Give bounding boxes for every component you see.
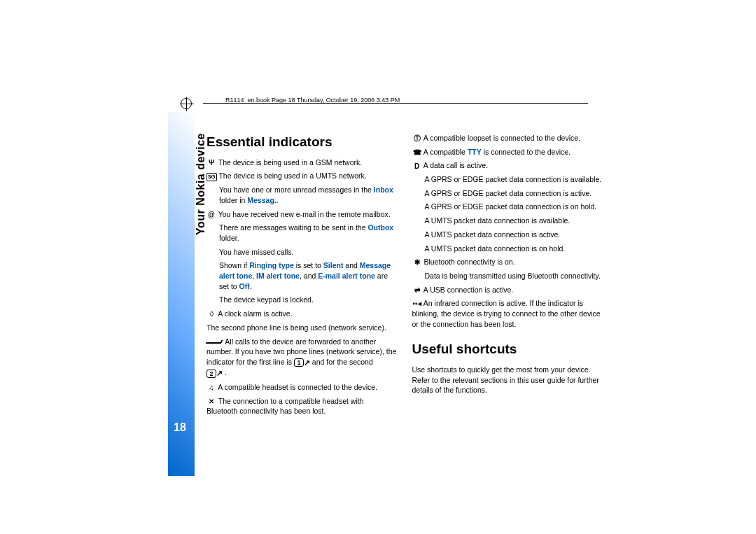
column-left: Essential indicators Ψ The device is bei… (206, 133, 397, 420)
link-tty: TTY (468, 148, 482, 156)
link-outbox: Outbox (368, 223, 393, 232)
link-inbox: Inbox (374, 185, 393, 194)
text-outbox: There are messages waiting to be sent in… (206, 223, 397, 243)
text-tty: A compatible TTY is connected to the dev… (424, 148, 570, 156)
text: The second phone line is being used (net… (206, 323, 397, 333)
text: The connection to a compatible headset w… (206, 397, 364, 416)
line1-icon: 1 (294, 358, 304, 367)
text: A USB connection is active. (424, 286, 513, 294)
header-crop-info: R1114_en.book Page 18 Thursday, October … (225, 97, 400, 104)
text: An infrared connection is active. If the… (412, 299, 601, 328)
infrared-icon: ▪▪◂ (412, 300, 422, 307)
tty-icon: ☎ (412, 149, 422, 156)
text: The device keypad is locked. (206, 295, 397, 305)
loopset-icon: Ⓣ (412, 135, 422, 142)
sidebar-section-label: Your Nokia device (195, 133, 207, 235)
signal-icon: Ψ (206, 160, 216, 167)
heading-essential-indicators: Essential indicators (206, 133, 397, 152)
text: A clock alarm is active. (218, 309, 292, 318)
text: A GPRS or EDGE packet data connection is… (412, 202, 603, 212)
text: Bluetooth connectivity is on. (424, 258, 514, 266)
crop-registration-mark (181, 98, 192, 109)
text: You have missed calls. (206, 247, 397, 258)
bt-headset-lost-icon: ✕ (206, 398, 216, 405)
text: Data is being transmitted using Bluetoot… (412, 271, 603, 281)
text: A compatible headset is connected to the… (218, 383, 377, 391)
heading-useful-shortcuts: Useful shortcuts (412, 340, 603, 359)
forward-icon (206, 340, 223, 344)
alarm-icon: ♢ (206, 311, 216, 318)
page-number: 18 (174, 421, 186, 434)
text: A UMTS packet data connection is on hold… (412, 244, 603, 254)
text: A GPRS or EDGE packet data connection is… (412, 174, 603, 185)
bluetooth-icon: ✱ (412, 259, 422, 266)
text: You have received new e-mail in the remo… (218, 210, 391, 218)
text: A UMTS packet data connection is availab… (412, 216, 603, 226)
text: A data call is active. (424, 161, 488, 169)
link-messag: Messag. (247, 196, 276, 204)
sidebar-gradient: 18 (168, 112, 195, 476)
text: A GPRS or EDGE packet data connection is… (412, 188, 603, 199)
line2-icon: 2 (206, 370, 216, 378)
text-ringing: Shown if Ringing type is set to Silent a… (206, 260, 397, 291)
text-shortcuts: Use shortcuts to quickly get the most fr… (412, 365, 603, 395)
headset-icon: ♫ (206, 384, 216, 391)
column-right: Ⓣ A compatible loopset is connected to t… (412, 133, 603, 420)
text: A compatible loopset is connected to the… (424, 134, 580, 142)
email-icon: @ (206, 211, 216, 218)
text: The device is being used in a UMTS netwo… (218, 171, 366, 180)
3g-icon: 3G (206, 173, 217, 181)
data-call-icon: D (412, 163, 422, 170)
text-unread: You have one or more unread messages in … (206, 185, 397, 205)
page-content: 18 Your Nokia device Essential indicator… (168, 112, 602, 476)
text: The device is being used in a GSM networ… (218, 158, 362, 167)
text-forward: All calls to the device are forwarded to… (206, 337, 397, 379)
usb-icon: ⇄ (412, 287, 422, 294)
text: A UMTS packet data connection is active. (412, 230, 603, 240)
